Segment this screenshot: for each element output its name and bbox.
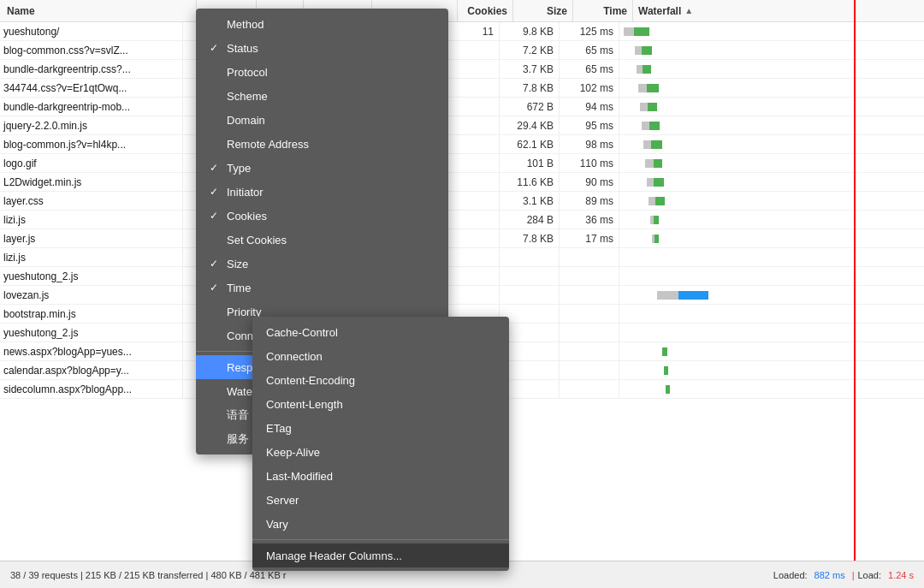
row-time: 94 ms: [560, 98, 619, 116]
row-time: [560, 324, 619, 342]
row-cookies: [444, 135, 500, 153]
row-waterfall: [619, 305, 924, 323]
submenu-item-vary[interactable]: Vary: [252, 512, 509, 536]
submenu-item-label-connection: Connection: [266, 350, 495, 363]
table-row[interactable]: lovezan.js: [0, 286, 924, 305]
row-cookies: [444, 116, 500, 134]
submenu-item-cache-control[interactable]: Cache-Control: [252, 320, 509, 344]
sort-arrow-icon: ▲: [684, 6, 693, 15]
table-row[interactable]: lizi.js 284 B 36 ms: [0, 211, 924, 229]
col-header-size[interactable]: Size: [513, 0, 573, 21]
row-name: lizi.js: [0, 248, 183, 266]
status-bar-load-value: 1.24 s: [888, 570, 914, 580]
menu-item-label-scheme: Scheme: [227, 90, 435, 103]
table-row[interactable]: blog-common.css?v=svlZ... 7.2 KB 65 ms: [0, 41, 924, 60]
row-waterfall: [619, 361, 924, 379]
menu-item-type[interactable]: ✓ Type: [196, 156, 448, 180]
row-size: 62.1 KB: [500, 135, 560, 153]
row-time: 98 ms: [560, 135, 619, 153]
row-name: bundle-darkgreentrip-mob...: [0, 98, 183, 116]
table-row[interactable]: logo.gif 101 B 110 ms: [0, 154, 924, 173]
menu-item-protocol[interactable]: Protocol: [196, 60, 448, 84]
status-bar-load-label: |: [852, 570, 855, 580]
row-cookies: [444, 267, 500, 285]
menu-item-label-cookies: Cookies: [227, 210, 435, 223]
table-row[interactable]: bundle-darkgreentrip-mob... 672 B 94 ms: [0, 98, 924, 116]
menu-item-remote-address[interactable]: Remote Address: [196, 132, 448, 156]
row-cookies: [444, 229, 500, 247]
row-waterfall: [619, 229, 924, 247]
col-cookies-label: Cookies: [467, 5, 507, 17]
menu-item-cookies[interactable]: ✓ Cookies: [196, 204, 448, 228]
submenu-item-connection[interactable]: Connection: [252, 344, 509, 368]
row-waterfall: [619, 135, 924, 153]
submenu-item-label-cache-control: Cache-Control: [266, 326, 495, 339]
menu-item-label-method: Method: [227, 18, 435, 31]
row-waterfall: [619, 324, 924, 342]
table-row[interactable]: L2Dwidget.min.js 11.6 KB 90 ms: [0, 173, 924, 192]
submenu-item-label-etag: ETag: [266, 422, 495, 435]
table-row[interactable]: jquery-2.2.0.min.js 29.4 KB 95 ms: [0, 116, 924, 135]
manage-header-columns-button[interactable]: Manage Header Columns...: [252, 543, 509, 567]
table-row[interactable]: layer.js 7.8 KB 17 ms: [0, 229, 924, 248]
row-name: bundle-darkgreentrip.css?...: [0, 60, 183, 78]
row-name: bootstrap.min.js: [0, 305, 183, 323]
menu-item-initiator[interactable]: ✓ Initiator: [196, 180, 448, 204]
col-header-time[interactable]: Time: [573, 0, 633, 21]
col-header-cookies[interactable]: Cookies: [458, 0, 513, 21]
col-header-waterfall[interactable]: Waterfall ▲: [633, 0, 924, 21]
row-name: yueshutong_2.js: [0, 267, 183, 285]
submenu-item-last-modified[interactable]: Last-Modified: [252, 464, 509, 488]
row-waterfall: [619, 173, 924, 191]
checkmark-size: ✓: [210, 258, 223, 270]
row-cookies: [444, 41, 500, 59]
submenu-item-server[interactable]: Server: [252, 488, 509, 512]
menu-item-set-cookies[interactable]: Set Cookies: [196, 228, 448, 252]
row-name: sidecolumn.aspx?blogApp...: [0, 380, 183, 398]
row-cookies: [444, 248, 500, 266]
row-name: blog-common.js?v=hl4kp...: [0, 135, 183, 153]
col-header-name[interactable]: Name: [0, 0, 197, 21]
menu-item-label-set-cookies: Set Cookies: [227, 234, 435, 246]
submenu-divider: [252, 539, 509, 540]
menu-item-label-domain: Domain: [227, 114, 435, 127]
row-size: [500, 286, 560, 304]
row-time: 65 ms: [560, 41, 619, 59]
row-waterfall: [619, 192, 924, 210]
submenu-item-label-content-encoding: Content-Encoding: [266, 374, 495, 387]
menu-item-scheme[interactable]: Scheme: [196, 84, 448, 108]
status-bar-loaded-value: 882 ms: [814, 570, 845, 580]
table-row[interactable]: blog-common.js?v=hl4kp... 62.1 KB 98 ms: [0, 135, 924, 154]
table-row[interactable]: 344744.css?v=Er1qtOwq... 7.8 KB 102 ms: [0, 79, 924, 98]
row-time: 89 ms: [560, 192, 619, 210]
menu-item-size[interactable]: ✓ Size: [196, 252, 448, 276]
row-waterfall: [619, 248, 924, 266]
menu-item-method[interactable]: Method: [196, 12, 448, 36]
row-size: 7.2 KB: [500, 41, 560, 59]
row-cookies: [444, 154, 500, 172]
row-name: L2Dwidget.min.js: [0, 173, 183, 191]
submenu-item-etag[interactable]: ETag: [252, 416, 509, 440]
row-cookies: [444, 60, 500, 78]
row-name: layer.css: [0, 192, 183, 210]
table-row[interactable]: yueshutong/ 11 9.8 KB 125 ms: [0, 22, 924, 41]
menu-item-status[interactable]: ✓ Status: [196, 36, 448, 60]
menu-item-label-protocol: Protocol: [227, 66, 435, 79]
submenu-item-label-server: Server: [266, 494, 495, 507]
table-row[interactable]: layer.css 3.1 KB 89 ms: [0, 192, 924, 211]
table-row[interactable]: yueshutong_2.js: [0, 267, 924, 286]
row-name: logo.gif: [0, 154, 183, 172]
submenu-item-content-encoding[interactable]: Content-Encoding: [252, 368, 509, 392]
submenu-item-content-length[interactable]: Content-Length: [252, 392, 509, 416]
menu-item-domain[interactable]: Domain: [196, 108, 448, 132]
menu-item-label-initiator: Initiator: [227, 186, 435, 199]
row-cookies: [444, 286, 500, 304]
row-size: 9.8 KB: [500, 22, 560, 40]
table-row[interactable]: lizi.js: [0, 248, 924, 267]
submenu-item-keep-alive[interactable]: Keep-Alive: [252, 440, 509, 464]
table-row[interactable]: bundle-darkgreentrip.css?... 3.7 KB 65 m…: [0, 60, 924, 79]
menu-item-time[interactable]: ✓ Time: [196, 276, 448, 300]
row-waterfall: [619, 79, 924, 97]
row-time: [560, 380, 619, 398]
submenu-item-label-keep-alive: Keep-Alive: [266, 446, 495, 459]
